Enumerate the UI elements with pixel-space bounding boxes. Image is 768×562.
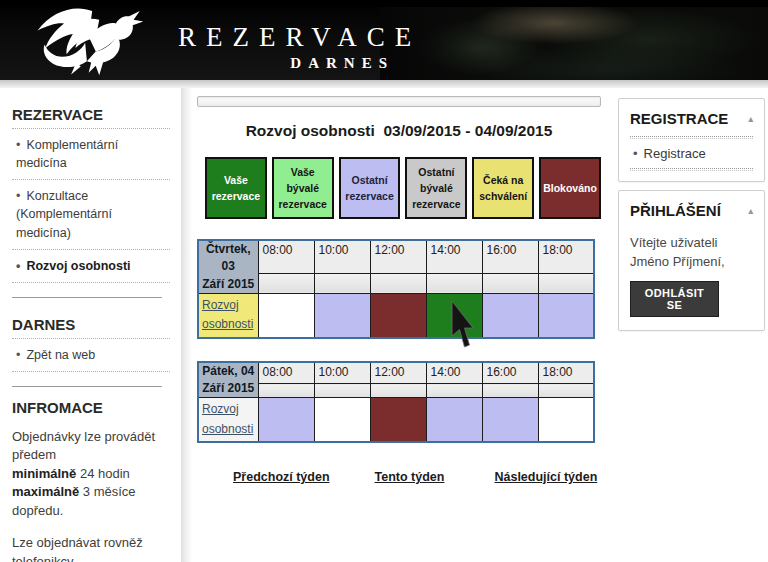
- time-header-cell: 10:00: [314, 362, 370, 384]
- bullet-icon: •: [633, 146, 638, 161]
- slot-cell-thu-0800[interactable]: [258, 294, 314, 338]
- half-hour-cell: [370, 273, 426, 294]
- header-bottom-strip: [0, 80, 768, 88]
- half-hour-cell: [538, 384, 594, 398]
- current-week-link[interactable]: Tento týden: [375, 470, 445, 484]
- dragon-logo-icon: [28, 4, 174, 78]
- sidebar-heading-rezervace: REZERVACE: [12, 100, 170, 129]
- time-header-cell: 12:00: [370, 240, 426, 273]
- registration-box: REGISTRACE ▴ •Registrace: [618, 98, 765, 182]
- sidebar-item-konzultace[interactable]: •Konzultace (Komplementární medicína): [12, 180, 170, 249]
- time-header-cell: 14:00: [426, 362, 482, 384]
- logout-button[interactable]: ODHLÁSIT SE: [630, 281, 719, 317]
- half-hour-cell: [258, 273, 314, 294]
- time-header-cell: 18:00: [538, 362, 594, 384]
- site-brand: REZERVACE DARNES: [178, 22, 394, 72]
- bullet-icon: •: [16, 348, 20, 362]
- main-content: Rozvoj osobnosti 03/09/2015 - 04/09/2015…: [197, 96, 601, 484]
- welcome-text: Vítejte uživateli Jméno Příjmení,: [630, 234, 753, 272]
- schedule-table-thursday: Čtvrtek, 03 Září 2015 08:00 10:00 12:00 …: [197, 239, 595, 339]
- header-background-photo: [380, 7, 768, 80]
- room-link[interactable]: Rozvoj osobnosti: [202, 298, 253, 331]
- sidebar-heading-darnes: DARNES: [12, 310, 170, 339]
- divider: [12, 386, 162, 387]
- time-header-cell: 16:00: [482, 240, 538, 273]
- half-hour-cell: [370, 384, 426, 398]
- registration-box-header: REGISTRACE ▴: [630, 107, 753, 136]
- half-hour-cell: [314, 273, 370, 294]
- legend-item-ostatni-byvale-rezervace: Ostatní bývalé rezervace: [405, 157, 467, 219]
- login-box: PŘIHLÁŠENÍ ▴ Vítejte uživateli Jméno Pří…: [618, 190, 765, 331]
- brand-title: REZERVACE: [178, 22, 394, 53]
- legend-item-blokovano: Blokováno: [539, 157, 601, 219]
- legend: Vaše rezervace Vaše bývalé rezervace Ost…: [205, 157, 601, 219]
- phone-info-text: Lze objednávat rovněž telefonikcy. +420 …: [12, 534, 170, 562]
- slot-cell-fri-1600[interactable]: [482, 398, 538, 442]
- sidebar-heading-informace: INFROMACE: [12, 399, 170, 416]
- collapse-arrow-icon[interactable]: ▴: [748, 206, 753, 216]
- legend-item-ceka-na-schvaleni: Čeká na schválení: [472, 157, 534, 219]
- time-header-cell: 12:00: [370, 362, 426, 384]
- next-week-link[interactable]: Následující týden: [494, 470, 597, 484]
- slot-cell-fri-1200[interactable]: [370, 398, 426, 442]
- page: REZERVACE DARNES REZERVACE •Komplementár…: [0, 0, 768, 562]
- brand-subtitle: DARNES: [178, 55, 394, 72]
- status-bar: [197, 96, 601, 107]
- slot-cell-fri-0800[interactable]: [258, 398, 314, 442]
- slot-cell-fri-1000[interactable]: [314, 398, 370, 442]
- sidebar-item-zpet-na-web[interactable]: •Zpět na web: [12, 339, 170, 372]
- half-hour-cell: [258, 384, 314, 398]
- slot-cell-fri-1800[interactable]: [538, 398, 594, 442]
- half-hour-cell: [482, 273, 538, 294]
- header: REZERVACE DARNES: [0, 0, 768, 80]
- legend-item-vase-byvale-rezervace: Vaše bývalé rezervace: [272, 157, 334, 219]
- slot-cell-thu-1600[interactable]: [482, 294, 538, 338]
- previous-week-link[interactable]: Předchozí týden: [233, 470, 330, 484]
- mouse-cursor: [448, 300, 474, 350]
- legend-item-vase-rezervace: Vaše rezervace: [205, 157, 267, 219]
- bullet-icon: •: [16, 259, 20, 273]
- time-header-cell: 10:00: [314, 240, 370, 273]
- time-header-cell: 08:00: [258, 240, 314, 273]
- sidebar-edge-shadow: [181, 88, 196, 562]
- order-info-text: Objednávky lze provádět předem minimálně…: [12, 428, 170, 520]
- sidebar-item-komplementarni-medicina[interactable]: •Komplementární medicína: [12, 129, 170, 180]
- time-header-cell: 08:00: [258, 362, 314, 384]
- time-header-cell: 16:00: [482, 362, 538, 384]
- bullet-icon: •: [16, 189, 20, 203]
- half-hour-cell: [482, 384, 538, 398]
- dotted-divider: [630, 168, 753, 171]
- slot-cell-thu-1200[interactable]: [370, 294, 426, 338]
- room-label-cell: Rozvoj osobnosti: [198, 398, 258, 442]
- left-sidebar: REZERVACE •Komplementární medicína •Konz…: [12, 100, 170, 562]
- room-label-cell: Rozvoj osobnosti: [198, 294, 258, 338]
- date-header-cell: Pátek, 04 Září 2015: [198, 362, 258, 398]
- legend-item-ostatni-rezervace: Ostatní rezervace: [339, 157, 401, 219]
- collapse-arrow-icon[interactable]: ▴: [748, 114, 753, 124]
- room-link[interactable]: Rozvoj osobnosti: [202, 402, 253, 435]
- week-navigation: Předchozí týden Tento týden Následující …: [197, 470, 601, 484]
- half-hour-cell: [314, 384, 370, 398]
- right-sidebar: REGISTRACE ▴ •Registrace PŘIHLÁŠENÍ ▴ Ví…: [618, 98, 765, 331]
- schedule-table-friday: Pátek, 04 Září 2015 08:00 10:00 12:00 14…: [197, 361, 595, 443]
- login-box-header: PŘIHLÁŠENÍ ▴: [630, 199, 753, 228]
- half-hour-cell: [426, 384, 482, 398]
- sidebar-item-rozvoj-osobnosti[interactable]: •Rozvoj osobnosti: [12, 250, 170, 283]
- half-hour-cell: [538, 273, 594, 294]
- slot-cell-thu-1800[interactable]: [538, 294, 594, 338]
- page-title: Rozvoj osobnosti 03/09/2015 - 04/09/2015: [197, 122, 601, 140]
- time-header-cell: 18:00: [538, 240, 594, 273]
- slot-cell-thu-1000[interactable]: [314, 294, 370, 338]
- bullet-icon: •: [16, 138, 20, 152]
- time-header-cell: 14:00: [426, 240, 482, 273]
- half-hour-cell: [426, 273, 482, 294]
- slot-cell-fri-1400[interactable]: [426, 398, 482, 442]
- registrace-link[interactable]: •Registrace: [630, 139, 753, 168]
- divider: [12, 297, 162, 298]
- date-header-cell: Čtvrtek, 03 Září 2015: [198, 240, 258, 294]
